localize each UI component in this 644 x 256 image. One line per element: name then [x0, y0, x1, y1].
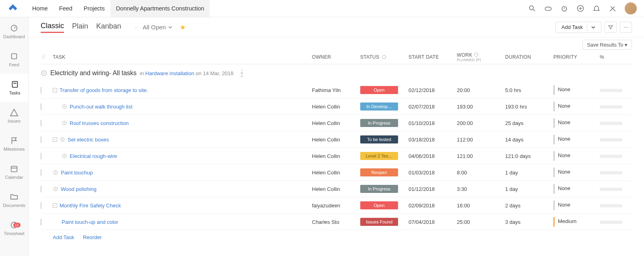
- footer-reorder[interactable]: Reorder: [83, 234, 102, 240]
- status-cell[interactable]: In Develop…: [360, 102, 409, 111]
- sidebar-tasks[interactable]: Tasks: [0, 74, 28, 102]
- task-link[interactable]: Transfer of goods from storage to site.: [60, 87, 148, 93]
- task-group-header[interactable]: Electricity and wiring- All tasks in Har…: [41, 64, 632, 82]
- tasks-icon: [10, 80, 19, 89]
- task-link[interactable]: Punch-out walk through list: [70, 104, 132, 110]
- col-start[interactable]: START DATE: [409, 54, 457, 60]
- task-link[interactable]: Wood polishing: [61, 186, 97, 192]
- task-link[interactable]: Roof trusses construction: [70, 120, 129, 126]
- status-cell[interactable]: Open: [360, 86, 409, 94]
- sidebar-issues[interactable]: Issues: [0, 102, 28, 130]
- add-task-button[interactable]: Add Task: [555, 22, 601, 33]
- row-checkbox[interactable]: [41, 202, 41, 209]
- row-checkbox[interactable]: [41, 120, 41, 127]
- col-owner[interactable]: OWNER: [312, 54, 360, 60]
- bell-icon[interactable]: [592, 4, 601, 12]
- nav-feed[interactable]: Feed: [54, 0, 78, 17]
- timer-icon[interactable]: [560, 4, 568, 12]
- svg-point-18: [627, 27, 628, 28]
- nav-projects[interactable]: Projects: [78, 0, 110, 17]
- expand-toggle[interactable]: -: [53, 203, 57, 208]
- svg-point-17: [625, 27, 626, 28]
- sidebar-issues-label: Issues: [8, 119, 21, 123]
- search-icon[interactable]: [528, 4, 536, 12]
- col-task[interactable]: TASK: [53, 54, 312, 60]
- more-button[interactable]: [620, 22, 632, 33]
- sidebar-dashboard[interactable]: Dashboard: [0, 17, 28, 45]
- task-row[interactable]: Paint touch-up and colorCharles StoIssue…: [41, 214, 632, 230]
- work-cell: 121:00: [457, 153, 505, 159]
- task-link[interactable]: Paint touchup: [61, 170, 93, 176]
- sidebar-milestones[interactable]: Milestones: [0, 130, 28, 158]
- task-row[interactable]: Roof trusses constructionHelen CollinIn …: [41, 115, 632, 131]
- row-checkbox[interactable]: [41, 136, 41, 143]
- task-link[interactable]: Set electric boxes: [68, 137, 109, 143]
- row-checkbox[interactable]: [41, 169, 41, 176]
- filter-dropdown[interactable]: All Open: [142, 24, 172, 31]
- sidebar-timesheet[interactable]: 11 Timesheet: [0, 214, 28, 242]
- sort-az-icon[interactable]: ↓AZ: [241, 68, 243, 78]
- task-link[interactable]: Paint touch-up and color: [62, 219, 118, 225]
- collapse-group-icon[interactable]: [41, 70, 47, 76]
- tools-icon[interactable]: [609, 4, 617, 12]
- priority-cell: Medium: [553, 217, 600, 227]
- status-cell[interactable]: Reopen: [360, 168, 409, 176]
- tab-classic[interactable]: Classic: [41, 22, 64, 33]
- chevron-down-icon[interactable]: [591, 25, 595, 29]
- task-row[interactable]: -Set electric boxesHelen CollinTo be tes…: [41, 131, 632, 148]
- task-link[interactable]: Monthly Fire Safety Check: [60, 203, 121, 209]
- group-link[interactable]: Hardware installation: [145, 70, 194, 76]
- col-duration[interactable]: DURATION: [505, 54, 553, 60]
- status-cell[interactable]: Issues Found: [360, 218, 409, 226]
- row-checkbox[interactable]: [41, 87, 41, 94]
- svg-point-22: [44, 56, 45, 57]
- row-checkbox[interactable]: [41, 186, 41, 193]
- row-checkbox[interactable]: [41, 219, 41, 225]
- task-link[interactable]: Electrical rough-wire: [70, 153, 117, 159]
- task-row[interactable]: Wood polishingHelen CollinIn Progress01/…: [41, 181, 632, 197]
- folder-icon: [10, 193, 19, 201]
- task-cell: Punch-out walk through list: [53, 104, 312, 110]
- gamepad-icon[interactable]: [544, 4, 552, 12]
- status-cell[interactable]: To be tested: [360, 135, 409, 143]
- footer-add-task[interactable]: Add Task: [53, 234, 74, 240]
- task-row[interactable]: -Monthly Fire Safety CheckfaiyazudeenOpe…: [41, 197, 632, 214]
- row-checkbox[interactable]: [41, 103, 41, 110]
- sidebar-feed[interactable]: Feed: [0, 45, 28, 74]
- tab-kanban[interactable]: Kanban: [96, 22, 121, 32]
- clock-icon: [62, 104, 67, 109]
- sidebar-documents[interactable]: Documents: [0, 186, 28, 214]
- group-meta: in Hardware installation on 14 Mar, 2018: [140, 70, 233, 76]
- col-percent[interactable]: %: [600, 54, 632, 60]
- task-row[interactable]: -Transfer of goods from storage to site.…: [41, 82, 632, 98]
- task-row[interactable]: Electrical rough-wireHelen CollinLevel 2…: [41, 148, 632, 164]
- expand-toggle[interactable]: -: [53, 137, 57, 142]
- view-toolbar-right: Add Task: [555, 22, 632, 33]
- tab-plain[interactable]: Plain: [72, 22, 88, 32]
- filter-button[interactable]: [605, 22, 617, 33]
- owner-cell: faiyazudeen: [312, 203, 360, 209]
- status-cell[interactable]: Level 2 Tes…: [360, 152, 409, 160]
- status-cell[interactable]: In Progress: [360, 185, 409, 193]
- task-row[interactable]: Paint touchupHelen CollinReopen01/03/201…: [41, 164, 632, 181]
- nav-current-project[interactable]: Donnelly Apartments Construction: [110, 0, 210, 17]
- row-checkbox[interactable]: [41, 153, 41, 160]
- status-cell[interactable]: In Progress: [360, 119, 409, 127]
- sidebar-calendar[interactable]: Calendar: [0, 158, 28, 186]
- start-cell: 07/04/2018: [409, 219, 457, 225]
- status-cell[interactable]: Open: [360, 201, 409, 209]
- col-priority[interactable]: PRIORITY: [553, 54, 600, 60]
- col-status[interactable]: STATUS: [360, 54, 409, 60]
- main-content: Classic Plain Kanban - All Open ★ Add Ta…: [29, 17, 644, 256]
- drag-handle-header: [41, 53, 53, 61]
- col-work[interactable]: WORK Planned (P): [457, 52, 505, 62]
- save-results-dropdown[interactable]: Save Results To ▾: [582, 40, 632, 50]
- work-cell: 193:00: [457, 104, 505, 110]
- view-separator: -: [135, 24, 137, 31]
- plus-circle-icon[interactable]: [576, 4, 584, 12]
- user-avatar[interactable]: [625, 2, 637, 14]
- expand-toggle[interactable]: -: [53, 88, 57, 92]
- nav-home[interactable]: Home: [27, 0, 54, 17]
- task-row[interactable]: Punch-out walk through listHelen CollinI…: [41, 98, 632, 115]
- favorite-star-icon[interactable]: ★: [180, 23, 186, 32]
